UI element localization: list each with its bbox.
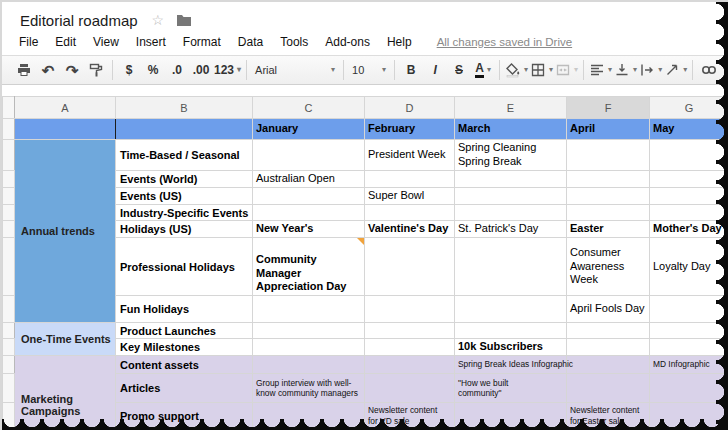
row-header[interactable] — [3, 238, 15, 296]
merge-cells-button[interactable]: ▾ — [554, 59, 579, 81]
grid-cell[interactable] — [365, 171, 455, 188]
menu-addons[interactable]: Add-ons — [325, 35, 370, 49]
vertical-align-button[interactable]: ▾ — [613, 59, 638, 81]
month-cell-april[interactable]: April — [567, 119, 650, 140]
menu-help[interactable]: Help — [387, 35, 412, 49]
percent-format-button[interactable]: % — [141, 59, 165, 81]
grid-cell[interactable] — [253, 296, 365, 323]
redo-button[interactable]: ↷ — [60, 59, 84, 81]
grid-cell[interactable]: Australian Open — [253, 171, 365, 188]
italic-button[interactable]: I — [423, 59, 447, 81]
text-rotation-button[interactable]: ▾ — [663, 59, 688, 81]
grid-cell[interactable]: April Fools Day — [567, 296, 650, 323]
grid-cell[interactable] — [253, 188, 365, 205]
column-header-e[interactable]: E — [455, 97, 567, 119]
grid-cell[interactable]: 10k Subscribers — [455, 339, 567, 356]
paint-format-button[interactable] — [84, 59, 108, 81]
column-header-b[interactable]: B — [116, 97, 253, 119]
grid-cell[interactable] — [365, 296, 455, 323]
menu-tools[interactable]: Tools — [280, 35, 308, 49]
row-label[interactable]: Time-Based / Seasonal — [116, 140, 253, 171]
grid-cell[interactable] — [253, 339, 365, 356]
grid-cell[interactable] — [567, 374, 650, 403]
grid-cell[interactable] — [365, 339, 455, 356]
row-header[interactable] — [3, 339, 15, 356]
bold-button[interactable]: B — [399, 59, 423, 81]
grid-cell[interactable]: Super Bowl — [365, 188, 455, 205]
grid-cell[interactable]: Spring Cleaning Spring Break — [455, 140, 567, 171]
row-label[interactable]: Holidays (US) — [116, 221, 253, 238]
borders-button[interactable]: ▾ — [529, 59, 554, 81]
grid-cell[interactable]: "How we built community" — [455, 374, 567, 403]
grid-cell[interactable] — [365, 374, 455, 403]
grid-cell[interactable] — [253, 323, 365, 339]
grid-cell[interactable] — [455, 205, 567, 221]
row-header[interactable] — [3, 171, 15, 188]
column-header-d[interactable]: D — [365, 97, 455, 119]
grid-cell[interactable]: Group interview with well- know communit… — [253, 374, 365, 403]
grid-cell[interactable] — [253, 356, 365, 374]
grid-cell[interactable]: Valentine's Day — [365, 221, 455, 238]
row-header[interactable] — [3, 374, 15, 403]
grid-cell[interactable] — [15, 119, 116, 140]
row-header[interactable] — [3, 140, 15, 171]
grid-cell[interactable] — [455, 323, 567, 339]
grid-cell[interactable]: Community Manager Appreciation Day — [253, 238, 365, 296]
row-label[interactable]: Product Launches — [116, 323, 253, 339]
row-label[interactable]: Key Milestones — [116, 339, 253, 356]
grid-cell[interactable]: New Year's — [253, 221, 365, 238]
row-label[interactable]: Events (US) — [116, 188, 253, 205]
grid-cell[interactable] — [567, 205, 650, 221]
row-header[interactable] — [3, 221, 15, 238]
text-color-button[interactable]: A▾ — [471, 59, 495, 81]
column-header-a[interactable]: A — [15, 97, 116, 119]
column-header-c[interactable]: C — [253, 97, 365, 119]
row-label[interactable]: Industry-Specific Events — [116, 205, 253, 221]
month-cell-march[interactable]: March — [455, 119, 567, 140]
grid-cell[interactable] — [455, 238, 567, 296]
grid-cell[interactable]: St. Patrick's Day — [455, 221, 567, 238]
menu-data[interactable]: Data — [238, 35, 263, 49]
grid-cell[interactable] — [455, 171, 567, 188]
row-header[interactable] — [3, 119, 15, 140]
grid-cell[interactable] — [455, 188, 567, 205]
grid-cell[interactable] — [116, 119, 253, 140]
grid-cell[interactable] — [365, 205, 455, 221]
increase-decimal-button[interactable]: .00 — [189, 59, 213, 81]
menu-format[interactable]: Format — [183, 35, 221, 49]
folder-icon[interactable] — [176, 14, 192, 27]
row-header[interactable] — [3, 188, 15, 205]
row-label[interactable]: Professional Holidays — [116, 238, 253, 296]
grid-cell[interactable]: President Week — [365, 140, 455, 171]
row-label[interactable]: Fun Holidays — [116, 296, 253, 323]
grid-cell[interactable] — [365, 356, 455, 374]
row-header[interactable] — [3, 205, 15, 221]
fill-color-button[interactable]: ▾ — [504, 59, 529, 81]
strikethrough-button[interactable]: S — [447, 59, 471, 81]
row-label[interactable]: Articles — [116, 374, 253, 403]
grid-cell[interactable]: Spring Break Ideas Infographic — [455, 356, 567, 374]
menu-insert[interactable]: Insert — [136, 35, 166, 49]
font-family-dropdown[interactable]: Arial▾ — [251, 60, 339, 80]
horizontal-align-button[interactable]: ▾ — [588, 59, 613, 81]
grid-cell[interactable] — [253, 140, 365, 171]
drive-save-status-link[interactable]: All changes saved in Drive — [437, 36, 573, 48]
month-cell-february[interactable]: February — [365, 119, 455, 140]
row-header[interactable] — [3, 323, 15, 339]
column-header-f[interactable]: F — [567, 97, 650, 119]
grid-cell[interactable] — [567, 171, 650, 188]
grid-cell[interactable] — [253, 205, 365, 221]
decrease-decimal-button[interactable]: .0 — [165, 59, 189, 81]
text-wrap-button[interactable]: ▾ — [638, 59, 663, 81]
section-label-one-time-events[interactable]: One-Time Events — [15, 323, 116, 356]
section-label-annual-trends[interactable]: Annual trends — [15, 140, 116, 323]
grid-corner[interactable] — [3, 97, 15, 119]
menu-view[interactable]: View — [93, 35, 119, 49]
grid-cell[interactable] — [455, 296, 567, 323]
row-label[interactable]: Events (World) — [116, 171, 253, 188]
undo-button[interactable]: ↶ — [36, 59, 60, 81]
document-title[interactable]: Editorial roadmap — [20, 12, 138, 29]
menu-file[interactable]: File — [19, 35, 38, 49]
grid-cell[interactable] — [567, 356, 650, 374]
grid-cell[interactable]: Easter — [567, 221, 650, 238]
